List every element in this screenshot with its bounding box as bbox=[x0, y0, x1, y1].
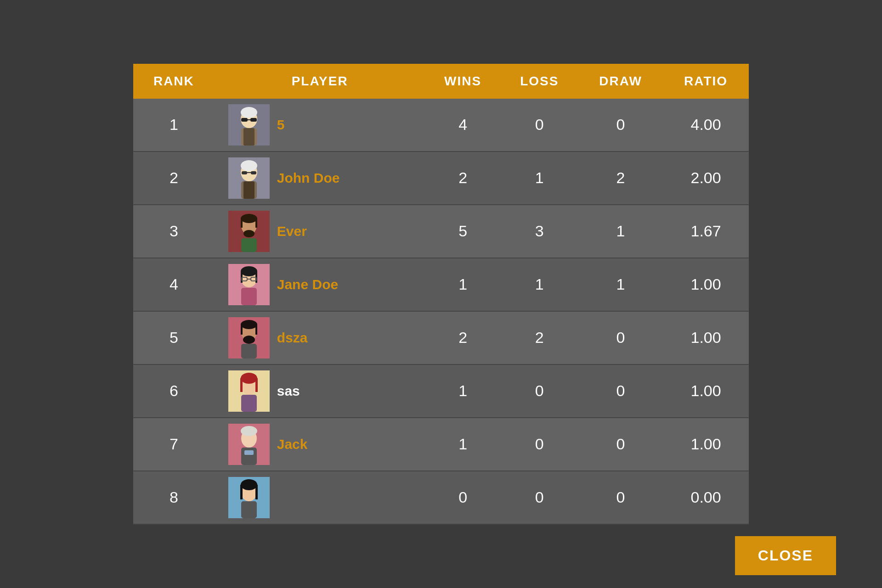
player-name: 5 bbox=[277, 117, 285, 133]
player-name: Jack bbox=[277, 437, 308, 452]
svg-rect-11 bbox=[242, 171, 247, 174]
ratio-cell: 2.00 bbox=[663, 151, 749, 205]
loss-cell: 0 bbox=[501, 99, 578, 151]
player-avatar bbox=[228, 157, 270, 199]
rank-cell: 7 bbox=[133, 418, 215, 471]
player-cell: Jane Doe bbox=[215, 258, 425, 311]
wins-cell: 2 bbox=[425, 311, 501, 364]
svg-rect-42 bbox=[240, 378, 243, 392]
table-row: 5 dsza 2 2 0 1.00 bbox=[133, 311, 749, 364]
svg-rect-20 bbox=[255, 218, 257, 228]
svg-rect-7 bbox=[243, 128, 254, 146]
player-cell: sas bbox=[215, 364, 425, 418]
svg-point-47 bbox=[241, 426, 257, 436]
leaderboard-table: RANK PLAYER WINS LOSS DRAW RATIO 1 bbox=[133, 64, 749, 525]
loss-cell: 3 bbox=[501, 205, 578, 258]
player-cell: dsza bbox=[215, 311, 425, 364]
player-name: John Doe bbox=[277, 170, 340, 186]
header-rank: RANK bbox=[133, 64, 215, 99]
player-avatar bbox=[228, 264, 270, 305]
header-player: PLAYER bbox=[215, 64, 425, 99]
svg-rect-43 bbox=[255, 378, 258, 392]
player-name: sas bbox=[277, 383, 300, 399]
svg-rect-12 bbox=[251, 171, 256, 174]
svg-point-52 bbox=[241, 479, 257, 490]
svg-rect-31 bbox=[241, 288, 257, 305]
svg-point-18 bbox=[241, 214, 257, 223]
svg-rect-3 bbox=[241, 118, 248, 122]
table-row: 1 5 4 0 0 bbox=[133, 99, 749, 151]
rank-cell: 4 bbox=[133, 258, 215, 311]
wins-cell: 1 bbox=[425, 364, 501, 418]
wins-cell: 1 bbox=[425, 418, 501, 471]
table-row: 2 John Doe 2 1 2 bbox=[133, 151, 749, 205]
table-header-row: RANK PLAYER WINS LOSS DRAW RATIO bbox=[133, 64, 749, 99]
loss-cell: 2 bbox=[501, 311, 578, 364]
loss-cell: 0 bbox=[501, 418, 578, 471]
header-loss: LOSS bbox=[501, 64, 578, 99]
table-row: 6 sas 1 0 0 1.00 bbox=[133, 364, 749, 418]
player-avatar bbox=[228, 424, 270, 465]
rank-cell: 3 bbox=[133, 205, 215, 258]
rank-cell: 6 bbox=[133, 364, 215, 418]
table-row: 3 Ever 5 3 1 1.67 bbox=[133, 205, 749, 258]
svg-point-37 bbox=[243, 336, 255, 344]
ratio-cell: 4.00 bbox=[663, 99, 749, 151]
svg-rect-44 bbox=[241, 395, 257, 412]
draw-cell: 0 bbox=[578, 418, 663, 471]
svg-rect-49 bbox=[244, 450, 254, 455]
close-button[interactable]: CLOSE bbox=[735, 536, 836, 575]
player-cell: John Doe bbox=[215, 151, 425, 205]
player-avatar bbox=[228, 104, 270, 146]
draw-cell: 0 bbox=[578, 99, 663, 151]
loss-cell: 1 bbox=[501, 151, 578, 205]
svg-point-21 bbox=[243, 230, 254, 237]
player-avatar bbox=[228, 317, 270, 358]
svg-rect-35 bbox=[241, 325, 243, 335]
player-avatar bbox=[228, 211, 270, 252]
svg-rect-22 bbox=[241, 238, 257, 252]
svg-rect-38 bbox=[241, 344, 257, 358]
header-draw: DRAW bbox=[578, 64, 663, 99]
ratio-cell: 1.00 bbox=[663, 364, 749, 418]
svg-rect-19 bbox=[241, 218, 243, 228]
svg-point-25 bbox=[241, 266, 257, 276]
loss-cell: 0 bbox=[501, 364, 578, 418]
draw-cell: 0 bbox=[578, 471, 663, 524]
ratio-cell: 1.67 bbox=[663, 205, 749, 258]
svg-point-34 bbox=[241, 320, 257, 329]
wins-cell: 2 bbox=[425, 151, 501, 205]
draw-cell: 2 bbox=[578, 151, 663, 205]
draw-cell: 1 bbox=[578, 258, 663, 311]
svg-rect-54 bbox=[255, 485, 258, 499]
ratio-cell: 1.00 bbox=[663, 418, 749, 471]
rank-cell: 2 bbox=[133, 151, 215, 205]
player-cell: Jack bbox=[215, 418, 425, 471]
svg-point-2 bbox=[241, 107, 257, 118]
player-name: Ever bbox=[277, 224, 307, 239]
svg-rect-55 bbox=[241, 501, 257, 518]
rank-cell: 5 bbox=[133, 311, 215, 364]
ratio-cell: 1.00 bbox=[663, 311, 749, 364]
wins-cell: 1 bbox=[425, 258, 501, 311]
player-name: dsza bbox=[277, 330, 308, 346]
player-name: Jane Doe bbox=[277, 277, 338, 292]
close-button-wrapper: CLOSE bbox=[735, 536, 836, 575]
rank-cell: 8 bbox=[133, 471, 215, 524]
draw-cell: 0 bbox=[578, 364, 663, 418]
wins-cell: 0 bbox=[425, 471, 501, 524]
player-cell: Ever bbox=[215, 205, 425, 258]
draw-cell: 0 bbox=[578, 311, 663, 364]
svg-rect-15 bbox=[243, 181, 254, 199]
table-row: 8 0 0 0 0.00 bbox=[133, 471, 749, 524]
header-wins: WINS bbox=[425, 64, 501, 99]
svg-rect-4 bbox=[250, 118, 257, 122]
loss-cell: 0 bbox=[501, 471, 578, 524]
player-avatar bbox=[228, 477, 270, 518]
loss-cell: 1 bbox=[501, 258, 578, 311]
ratio-cell: 1.00 bbox=[663, 258, 749, 311]
table-row: 4 Jane Doe 1 1 bbox=[133, 258, 749, 311]
svg-point-41 bbox=[241, 373, 257, 384]
svg-rect-48 bbox=[241, 448, 257, 465]
player-cell: 5 bbox=[215, 99, 425, 151]
